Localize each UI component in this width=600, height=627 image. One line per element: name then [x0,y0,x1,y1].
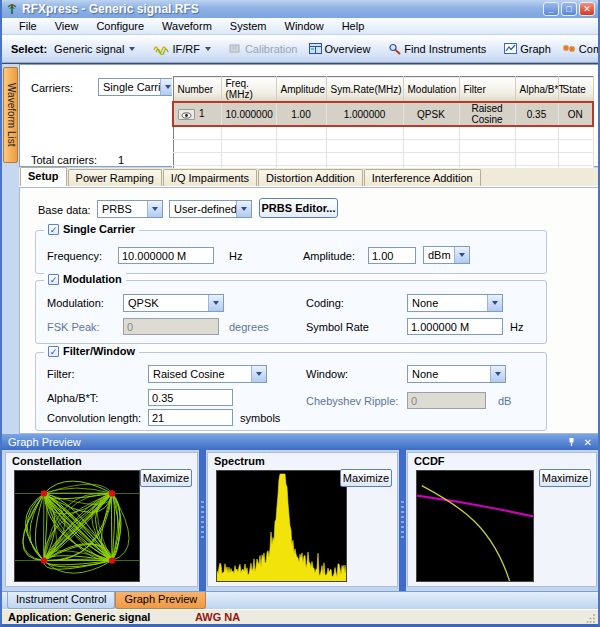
close-panel-icon[interactable]: ✕ [584,437,592,448]
table-row-empty[interactable] [173,126,593,139]
overview-button[interactable]: Overview [305,41,375,57]
graph-preview-header: Graph Preview ✕ [2,434,598,450]
menu-window[interactable]: Window [276,19,333,33]
eye-icon[interactable] [178,109,195,120]
calibration-button: Calibration [225,41,302,57]
tab-instrument-control[interactable]: Instrument Control [7,592,115,609]
table-row-empty[interactable] [173,139,593,152]
panel-splitter[interactable] [199,450,206,591]
spectrum-title: Spectrum [214,455,265,467]
convolution-unit: symbols [240,412,280,424]
setup-tabstrip: Setup Power Ramping I/Q Impairments Dist… [19,168,599,187]
frequency-unit: Hz [229,250,242,262]
resize-grip[interactable] [586,613,596,623]
chevron-down-icon[interactable] [487,295,502,311]
calibration-icon [229,43,242,54]
constellation-title: Constellation [12,455,82,467]
single-carrier-title: Single Carrier [63,223,135,235]
waveform-list-tab[interactable]: Waveform List [3,67,18,163]
base-data-type-select[interactable]: PRBS [97,200,163,218]
chevron-down-icon[interactable] [147,201,162,217]
table-row-empty[interactable] [173,152,593,165]
fsk-peak-unit: degrees [229,321,269,333]
chebyshev-label: Chebyshev Ripple: [306,395,398,407]
chevron-down-icon[interactable] [236,201,251,217]
graph-button[interactable]: Graph [500,41,555,57]
ifrf-button[interactable]: IF/RF [149,41,215,57]
window-select[interactable]: None [407,365,506,383]
coding-select[interactable]: None [407,294,503,312]
frequency-input[interactable] [118,247,214,264]
tab-distortion-addition[interactable]: Distortion Addition [258,169,363,186]
title-bar: RFXpress - Generic signal.RFS _ □ ✕ [2,0,598,18]
modulation-select[interactable]: QPSK [123,294,224,312]
filter-select[interactable]: Raised Cosine [148,365,267,383]
window-title: RFXpress - Generic signal.RFS [22,2,199,16]
tab-iq-impairments[interactable]: I/Q Impairments [163,169,257,186]
graph-preview-title: Graph Preview [8,436,81,448]
prbs-editor-button[interactable]: PRBS Editor... [259,198,338,218]
carriers-section: Carriers: Single Carrier Number Freq.(MH… [19,64,599,167]
chevron-down-icon [129,47,135,51]
convolution-input[interactable] [148,409,233,426]
chevron-down-icon[interactable] [251,366,266,382]
chebyshev-input [407,392,486,409]
awg-status: AWG NA [195,611,240,623]
tab-setup[interactable]: Setup [20,167,67,186]
amplitude-input[interactable] [368,247,416,264]
status-bar: Application: Generic signal AWG NA [2,609,598,624]
find-instruments-button[interactable]: Find Instruments [384,41,490,57]
alpha-input[interactable] [148,389,233,406]
menu-configure[interactable]: Configure [87,19,153,33]
tab-interference-addition[interactable]: Interference Addition [364,169,481,186]
menu-help[interactable]: Help [333,19,374,33]
filter-window-checkbox[interactable] [48,346,59,357]
chevron-down-icon[interactable] [490,366,505,382]
base-data-label: Base data: [38,204,91,216]
coding-label: Coding: [306,297,344,309]
table-header-row: Number Freq.(MHz) Amplitude Sym.Rate(MHz… [173,77,593,103]
carriers-table: Number Freq.(MHz) Amplitude Sym.Rate(MHz… [172,76,594,179]
overview-icon [309,43,322,54]
bottom-tabstrip: Instrument Control Graph Preview [2,591,598,609]
modulation-label: Modulation: [47,297,104,309]
single-carrier-checkbox[interactable] [48,224,59,235]
menu-waveform[interactable]: Waveform [153,19,221,33]
close-button[interactable]: ✕ [579,2,595,16]
menu-file[interactable]: File [10,19,46,33]
chebyshev-unit: dB [498,395,511,407]
constellation-panel: Constellation Maximize [5,452,198,587]
constellation-plot [14,470,140,582]
base-data-mode-select[interactable]: User-defined [169,200,252,218]
maximize-button[interactable]: □ [561,2,577,16]
ccdf-maximize-button[interactable]: Maximize [539,469,591,487]
select-signal-dropdown[interactable]: Generic signal [50,41,139,57]
amplitude-unit-select[interactable]: dBm [423,246,470,264]
frequency-label: Frequency: [47,250,102,262]
menu-view[interactable]: View [46,19,88,33]
single-carrier-group: Single Carrier Frequency: Hz Amplitude: … [35,230,547,274]
constellation-maximize-button[interactable]: Maximize [140,469,192,487]
tab-graph-preview[interactable]: Graph Preview [115,592,206,609]
spectrum-panel: Spectrum Maximize [207,452,398,587]
modulation-group: Modulation Modulation: QPSK Coding: None… [35,280,547,344]
carrier-mode-select[interactable]: Single Carrier [98,78,176,96]
tab-power-ramping[interactable]: Power Ramping [68,169,162,186]
table-row-carrier-1[interactable]: 1 10.000000 1.00 1.000000 QPSK Raised Co… [173,102,593,126]
panel-splitter[interactable] [399,450,406,591]
chevron-down-icon[interactable] [208,295,223,311]
convolution-label: Convolution length: [47,412,141,424]
setup-panel: Base data: PRBS User-defined PRBS Editor… [19,187,599,434]
minimize-button[interactable]: _ [543,2,559,16]
app-icon [5,2,19,16]
compile-icon [562,43,576,54]
compile-button[interactable]: Compile [558,41,600,57]
pin-icon[interactable] [567,437,576,447]
select-label: Select: [11,43,47,55]
menu-system[interactable]: System [221,19,276,33]
symbol-rate-input[interactable] [407,318,503,335]
modulation-checkbox[interactable] [48,274,59,285]
filter-label: Filter: [47,368,75,380]
spectrum-maximize-button[interactable]: Maximize [340,469,392,487]
chevron-down-icon[interactable] [454,247,469,263]
